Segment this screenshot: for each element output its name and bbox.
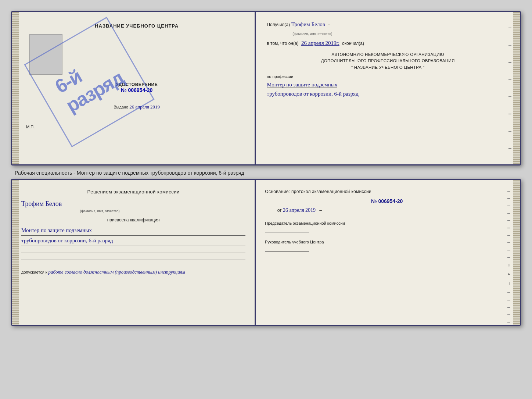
underline-1: [21, 247, 245, 253]
rukovoditel-title: Руководитель учебного Центра: [265, 239, 509, 245]
spine-decoration-right: [513, 12, 520, 164]
bottom-left-page: Решением экзаменационной комиссии Трофим…: [12, 180, 256, 325]
cert-right-page: Получил(а) Трофим Белов – (фамилия, имя,…: [256, 12, 520, 164]
dash-7: [508, 131, 511, 132]
rukovoditel-sign-line: [265, 251, 309, 252]
rdash-7: [507, 235, 510, 236]
dash-8: [508, 148, 511, 149]
bottom-date-line: от 26 апреля 2019 –: [265, 207, 509, 213]
poluchil-line: Получил(а) Трофим Белов –: [267, 21, 509, 28]
dash-5: [508, 96, 511, 97]
certificate-book-top: НАЗВАНИЕ УЧЕБНОГО ЦЕНТРА УДОСТОВЕРЕНИЕ №…: [11, 11, 521, 165]
vydano-label: Выдано: [114, 105, 128, 109]
cert-vydano: Выдано 26 апреля 2019: [114, 104, 160, 110]
vtom-label: в том, что он(а): [267, 41, 298, 46]
org-line1: АВТОНОМНУЮ НЕКОММЕРЧЕСКУЮ ОРГАНИЗАЦИЮ: [267, 51, 509, 58]
rdash-a: а: [507, 273, 512, 275]
qualification-line1: Монтер по защите подземных: [21, 225, 245, 236]
bottom-prisvoena: присвоена квалификация: [21, 217, 245, 222]
middle-text: Рабочая специальность - Монтер по защите…: [15, 170, 521, 176]
org-name-line: " НАЗВАНИЕ УЧЕБНОГО ЦЕНТРА ": [267, 64, 509, 71]
poluchil-subtitle: (фамилия, имя, отчество): [292, 32, 332, 36]
chairman-sign-line: [265, 232, 309, 232]
dash-3: [508, 62, 511, 63]
profession-handwritten-2: трубопроводов от коррозии, 6-й разряд: [267, 89, 509, 99]
rdash-2: [507, 198, 510, 199]
chairman-block: Председатель экзаменационной комиссии: [265, 221, 509, 234]
org-name: НАЗВАНИЕ УЧЕБНОГО ЦЕНТРА: [354, 65, 422, 70]
cert-udost-title: УДОСТОВЕРЕНИЕ: [116, 82, 158, 87]
cert-left-page: НАЗВАНИЕ УЧЕБНОГО ЦЕНТРА УДОСТОВЕРЕНИЕ №…: [12, 12, 256, 164]
underline-2: [21, 254, 245, 260]
rdash-i: и: [507, 264, 512, 267]
bottom-dopuskaetsya: допускается к работе согласно должностны…: [21, 269, 245, 275]
bottom-name-subtitle: (фамилия, имя, отчество): [21, 209, 178, 213]
dash-2: [508, 45, 511, 46]
bottom-section-title: Решением экзаменационной комиссии: [21, 189, 245, 195]
bottom-qualification: Монтер по защите подземных трубопроводов…: [21, 225, 245, 246]
rukovoditel-block: Руководитель учебного Центра: [265, 239, 509, 253]
org-quote2: ": [421, 65, 424, 70]
vtom-date: 26 апреля 2019г.: [301, 40, 339, 47]
qualification-line2: трубопроводов от коррозии, 6-й разряд: [21, 236, 245, 246]
vydano-date: 26 апреля 2019: [129, 104, 160, 110]
rdash-8: [507, 242, 510, 243]
bottom-spine-right: [513, 180, 520, 325]
page: НАЗВАНИЕ УЧЕБНОГО ЦЕНТРА УДОСТОВЕРЕНИЕ №…: [7, 7, 525, 329]
chairman-title: Председатель экзаменационной комиссии: [265, 221, 509, 226]
rdash-11: [507, 292, 510, 293]
rdash-5: [507, 220, 510, 221]
dopuskaetsya-label: допускается к: [21, 270, 47, 274]
poluchil-dash: –: [327, 22, 330, 27]
profession-handwritten: Монтер по защите подземных: [267, 80, 509, 90]
right-dashes-bottom: и а ←: [507, 187, 512, 326]
dopuskaetsya-value: работе согласно должностным (производств…: [48, 269, 185, 275]
rdash-4: [507, 213, 510, 214]
bottom-right-page: Основание: протокол экзаменационной коми…: [256, 180, 520, 325]
okonchil-label: окончил(а): [342, 41, 364, 46]
rdash-12: [507, 300, 510, 300]
rdash-10: [507, 257, 510, 258]
ot-date: 26 апреля 2019: [283, 207, 316, 213]
rdash-13: [507, 307, 510, 308]
cert-center-title: НАЗВАНИЕ УЧЕБНОГО ЦЕНТРА: [95, 23, 179, 29]
bottom-num-block: № 006954-20: [265, 198, 509, 204]
dash-4: [508, 79, 511, 80]
vtom-line: в том, что он(а) 26 апреля 2019г. окончи…: [267, 40, 509, 47]
right-dashes: [508, 12, 512, 164]
profession-line2: трубопроводов от коррозии, 6-й разряд: [267, 89, 509, 99]
rdash-3: [507, 206, 510, 206]
bottom-spine-left: [12, 180, 19, 325]
rdash-9: [507, 250, 510, 250]
po-professii-label: по профессии: [267, 74, 509, 79]
cert-mp: М.П.: [26, 125, 35, 129]
dash-6: [508, 114, 511, 114]
bottom-name: Трофим Белов: [21, 200, 178, 208]
org-line2: ДОПОЛНИТЕЛЬНОГО ПРОФЕССИОНАЛЬНОГО ОБРАЗО…: [267, 58, 509, 64]
ot-label: от: [277, 208, 282, 213]
poluchil-label: Получил(а): [267, 22, 290, 27]
rdash-15: [507, 322, 510, 323]
rdash-6: [507, 228, 510, 228]
rdash-k: ←: [507, 282, 512, 286]
poluchil-name: Трофим Белов: [291, 21, 325, 28]
org-block: АВТОНОМНУЮ НЕКОММЕРЧЕСКУЮ ОРГАНИЗАЦИЮ ДО…: [267, 51, 509, 71]
cert-udost-block: УДОСТОВЕРЕНИЕ № 006954-20: [116, 82, 158, 93]
rdash-1: [507, 191, 510, 192]
bottom-num: № 006954-20: [371, 198, 403, 204]
certificate-book-bottom: Решением экзаменационной комиссии Трофим…: [11, 179, 521, 326]
dash-1: [508, 28, 511, 28]
spine-decoration-left: [12, 12, 19, 164]
osnovanie-line: Основание: протокол экзаменационной коми…: [265, 189, 509, 194]
rdash-14: [507, 314, 510, 315]
profession-line1: Монтер по защите подземных: [267, 82, 337, 88]
cert-udost-num: № 006954-20: [116, 87, 158, 93]
org-quote1: ": [351, 65, 354, 70]
cert-photo: [29, 34, 62, 75]
bottom-name-block: Трофим Белов: [21, 200, 245, 209]
